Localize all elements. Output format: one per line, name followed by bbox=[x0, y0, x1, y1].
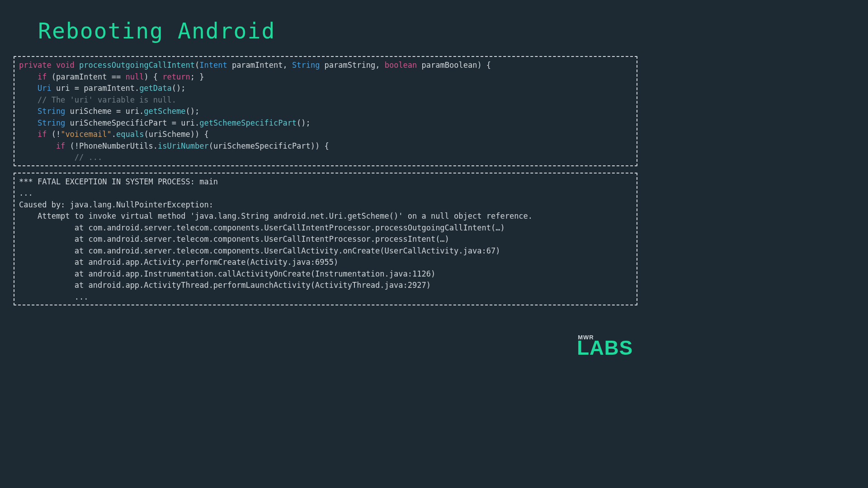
log-line: ... bbox=[19, 292, 89, 301]
logo-bottom-text: LABS bbox=[577, 338, 633, 358]
code-token: if bbox=[19, 130, 47, 139]
code-box-source: private void processOutgoingCallIntent(I… bbox=[14, 56, 637, 166]
code-token: processOutgoingCallIntent bbox=[79, 61, 195, 70]
code-token: (paramIntent == bbox=[47, 72, 125, 81]
code-token: uriScheme = uri. bbox=[65, 107, 144, 116]
code-token: getScheme bbox=[144, 107, 185, 116]
log-line: at android.app.ActivityThread.performLau… bbox=[19, 281, 431, 290]
code-token: . bbox=[112, 130, 116, 139]
code-token: paramIntent, bbox=[227, 61, 292, 70]
code-token: // The 'uri' variable is null. bbox=[19, 95, 176, 104]
log-line: at com.android.server.telecom.components… bbox=[19, 223, 505, 232]
log-line: Caused by: java.lang.NullPointerExceptio… bbox=[19, 200, 213, 209]
code-token: void bbox=[56, 61, 75, 70]
code-token: // ... bbox=[19, 153, 102, 162]
code-token: equals bbox=[116, 130, 144, 139]
log-line: at com.android.server.telecom.components… bbox=[19, 246, 500, 255]
code-token: uri = paramIntent. bbox=[52, 84, 139, 93]
code-token: String bbox=[292, 61, 320, 70]
log-line: ... bbox=[19, 188, 33, 197]
log-line: at android.app.Instrumentation.callActiv… bbox=[19, 269, 435, 278]
code-token: Intent bbox=[199, 61, 227, 70]
log-line: at com.android.server.telecom.components… bbox=[19, 235, 449, 244]
code-token: String bbox=[19, 107, 65, 116]
code-token: uriSchemeSpecificPart = uri. bbox=[65, 118, 199, 127]
code-token: isUriNumber bbox=[158, 141, 209, 150]
log-line: *** FATAL EXCEPTION IN SYSTEM PROCESS: m… bbox=[19, 177, 218, 186]
code-token: paramBoolean) { bbox=[417, 61, 491, 70]
mwr-labs-logo: MWR LABS bbox=[577, 334, 633, 358]
code-token: private bbox=[19, 61, 52, 70]
code-token: Uri bbox=[19, 84, 52, 93]
code-token: "voicemail" bbox=[61, 130, 112, 139]
code-token: getData bbox=[139, 84, 172, 93]
code-token: (); bbox=[297, 118, 311, 127]
code-token: paramString, bbox=[320, 61, 384, 70]
code-token: (); bbox=[172, 84, 186, 93]
code-token: null bbox=[125, 72, 144, 81]
code-token: return bbox=[162, 72, 190, 81]
code-token: ; } bbox=[190, 72, 204, 81]
code-token: getSchemeSpecificPart bbox=[199, 118, 297, 127]
code-token: if bbox=[19, 72, 47, 81]
code-token: ( bbox=[195, 61, 199, 70]
code-token: (!PhoneNumberUtils. bbox=[65, 141, 158, 150]
code-token: String bbox=[19, 118, 65, 127]
code-token: boolean bbox=[385, 61, 417, 70]
code-box-stacktrace: *** FATAL EXCEPTION IN SYSTEM PROCESS: m… bbox=[14, 173, 637, 306]
log-line: Attempt to invoke virtual method 'java.l… bbox=[19, 211, 533, 221]
slide: Rebooting Android private void processOu… bbox=[0, 0, 651, 366]
code-token: (! bbox=[47, 130, 61, 139]
slide-title: Rebooting Android bbox=[38, 18, 637, 43]
code-token: (); bbox=[185, 107, 199, 116]
code-token: if bbox=[19, 141, 65, 150]
code-token: (uriScheme)) { bbox=[144, 130, 208, 139]
code-token: (uriSchemeSpecificPart)) { bbox=[209, 141, 329, 150]
code-token: ) { bbox=[144, 72, 162, 81]
log-line: at android.app.Activity.performCreate(Ac… bbox=[19, 258, 338, 267]
